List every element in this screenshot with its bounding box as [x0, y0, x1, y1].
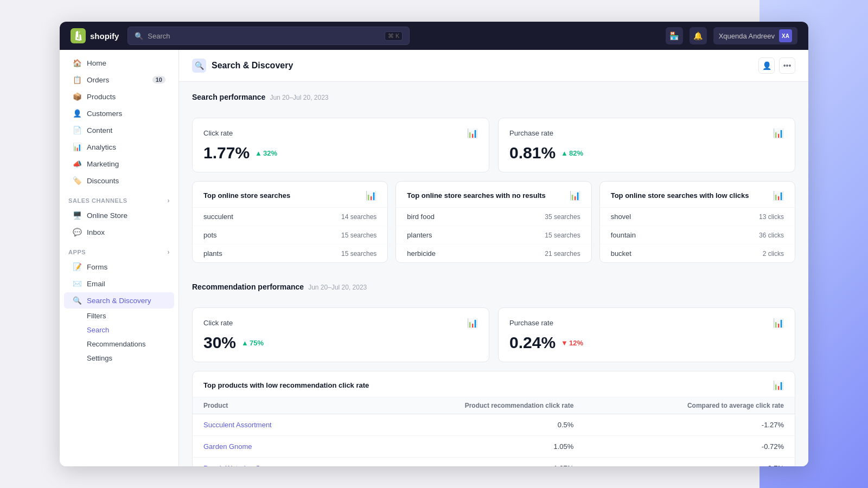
avg-3: -0.7%: [584, 458, 795, 467]
user-name: Xquenda Andreev: [719, 32, 775, 40]
main-content: 🔍 Search & Discovery 👤 ••• Search perfor…: [179, 50, 808, 466]
more-options-btn[interactable]: •••: [779, 57, 795, 74]
search-table-cards: Top online store searches 📊 succulent 14…: [192, 181, 795, 263]
sales-channels-section: Sales channels ›: [60, 189, 178, 207]
search-click-rate-card: Click rate 📊 1.77% ▲ 32%: [192, 118, 489, 172]
top-searches-header: Top online store searches 📊: [193, 182, 387, 208]
chevron-right-icon: ›: [167, 197, 170, 204]
user-chip[interactable]: Xquenda Andreev XA: [713, 27, 797, 44]
top-searches-card: Top online store searches 📊 succulent 14…: [192, 181, 388, 263]
rec-purchase-rate-label: Purchase rate: [509, 319, 553, 327]
rec-click-chart-icon[interactable]: 📊: [467, 318, 478, 328]
search-rate-cards: Click rate 📊 1.77% ▲ 32% Purchase rat: [192, 118, 795, 172]
page-header: 🔍 Search & Discovery 👤 •••: [179, 50, 808, 82]
low-click-rate-chart-icon[interactable]: 📊: [773, 380, 784, 390]
rec-purchase-chart-icon[interactable]: 📊: [773, 318, 784, 328]
col-rec-rate: Product recommendation click rate: [353, 397, 585, 414]
no-results-chart-icon[interactable]: 📊: [570, 190, 580, 201]
content-icon: 📄: [73, 126, 81, 134]
user-page-btn[interactable]: 👤: [758, 57, 775, 74]
table-row: shovel 13 clicks: [600, 208, 795, 226]
sidebar-item-forms[interactable]: 📝 Forms: [64, 259, 174, 275]
bell-icon-btn[interactable]: 🔔: [690, 27, 707, 44]
search-performance-date: Jun 20–Jul 20, 2023: [270, 94, 328, 101]
rec-rate-cards: Click rate 📊 30% ▲ 75% Purchase rate: [192, 307, 795, 362]
sidebar-item-inbox[interactable]: 💬 Inbox: [64, 224, 174, 240]
search-icon: 🔍: [135, 32, 143, 40]
table-row: planters 15 searches: [396, 226, 591, 244]
main-layout: 🏠 Home 📋 Orders 10 📦 Products 👤 Customer…: [60, 50, 808, 466]
sidebar-sub-settings[interactable]: Settings: [64, 351, 174, 365]
search-performance-title: Search performance: [192, 93, 265, 101]
sidebar-item-discounts[interactable]: 🏷️ Discounts: [64, 172, 174, 189]
low-click-rate-table-card: Top products with low recommendation cli…: [192, 371, 795, 466]
sidebar-item-content[interactable]: 📄 Content: [64, 122, 174, 138]
search-shortcut: ⌘ K: [385, 31, 403, 41]
online-store-icon: 🖥️: [73, 211, 81, 220]
search-purchase-rate-value: 0.81% ▲ 82%: [509, 144, 784, 162]
sidebar-sub-recommendations[interactable]: Recommendations: [64, 337, 174, 351]
search-purchase-rate-header: Purchase rate 📊: [509, 128, 784, 138]
col-product: Product: [193, 397, 353, 414]
inbox-icon: 💬: [73, 228, 81, 236]
topbar: shopify 🔍 Search ⌘ K 🏪 🔔 Xquenda Andreev…: [60, 22, 808, 50]
discounts-icon: 🏷️: [73, 176, 81, 185]
rec-purchase-rate-value: 0.24% ▼ 12%: [509, 333, 784, 352]
table-row: Peach Watering Can 1.07% -0.7%: [193, 458, 795, 467]
product-link-1[interactable]: Succulent Assortment: [193, 414, 353, 436]
sidebar-item-home[interactable]: 🏠 Home: [64, 55, 174, 71]
store-icon-btn[interactable]: 🏪: [666, 27, 683, 44]
sidebar-item-online-store[interactable]: 🖥️ Online Store: [64, 207, 174, 223]
search-click-rate-label: Click rate: [203, 129, 233, 137]
sidebar-item-marketing[interactable]: 📣 Marketing: [64, 156, 174, 172]
search-purchase-rate-card: Purchase rate 📊 0.81% ▲ 82%: [498, 118, 795, 172]
sidebar-item-products[interactable]: 📦 Products: [64, 88, 174, 105]
avatar: XA: [779, 29, 792, 42]
page-icon: 🔍: [192, 59, 206, 73]
top-searches-chart-icon[interactable]: 📊: [366, 190, 376, 201]
page-header-actions: 👤 •••: [758, 57, 795, 74]
rec-purchase-rate-trend: ▼ 12%: [561, 339, 583, 347]
search-discovery-icon: 🔍: [73, 296, 81, 305]
sidebar-sub-filters[interactable]: Filters: [64, 309, 174, 323]
rec-click-rate-header: Click rate 📊: [203, 318, 478, 328]
table-row: bucket 2 clicks: [600, 244, 795, 262]
product-link-2[interactable]: Garden Gnome: [193, 436, 353, 458]
topbar-actions: 🏪 🔔 Xquenda Andreev XA: [666, 27, 797, 44]
rec-click-rate-card: Click rate 📊 30% ▲ 75%: [192, 307, 489, 362]
search-click-chart-icon[interactable]: 📊: [467, 128, 478, 138]
logo-text: shopify: [90, 31, 119, 41]
sidebar-item-analytics[interactable]: 📊 Analytics: [64, 139, 174, 155]
products-icon: 📦: [73, 92, 81, 101]
table-row: bird food 35 searches: [396, 208, 591, 226]
home-icon: 🏠: [73, 59, 81, 67]
sidebar-item-search-discovery[interactable]: 🔍 Search & Discovery: [64, 292, 174, 309]
no-results-title: Top online store searches with no result…: [407, 191, 545, 200]
sidebar-item-orders[interactable]: 📋 Orders 10: [64, 72, 174, 88]
product-link-3[interactable]: Peach Watering Can: [193, 458, 353, 467]
global-search-bar[interactable]: 🔍 Search ⌘ K: [127, 27, 410, 45]
low-click-rate-table-title: Top products with low recommendation cli…: [203, 381, 369, 389]
search-purchase-chart-icon[interactable]: 📊: [773, 128, 784, 138]
recommendation-performance-date: Jun 20–Jul 20, 2023: [308, 284, 367, 291]
forms-icon: 📝: [73, 262, 81, 271]
search-purchase-rate-label: Purchase rate: [509, 129, 553, 137]
sidebar-item-customers[interactable]: 👤 Customers: [64, 105, 174, 121]
table-row: herbicide 21 searches: [396, 244, 591, 262]
low-clicks-card: Top online store searches with low click…: [599, 181, 795, 263]
table-row: succulent 14 searches: [193, 208, 387, 226]
low-click-rate-table: Product Product recommendation click rat…: [193, 397, 795, 466]
rec-rate-3: 1.07%: [353, 458, 585, 467]
table-row: pots 15 searches: [193, 226, 387, 244]
low-clicks-chart-icon[interactable]: 📊: [773, 190, 784, 201]
orders-icon: 📋: [73, 75, 81, 84]
table-row: plants 15 searches: [193, 244, 387, 262]
logo: shopify: [71, 28, 119, 43]
rec-purchase-rate-card: Purchase rate 📊 0.24% ▼ 12%: [498, 307, 795, 362]
sidebar-sub-search[interactable]: Search: [64, 323, 174, 337]
marketing-icon: 📣: [73, 159, 81, 168]
search-click-rate-header: Click rate 📊: [203, 128, 478, 138]
search-click-rate-value: 1.77% ▲ 32%: [203, 144, 478, 162]
sidebar-item-email[interactable]: ✉️ Email: [64, 275, 174, 292]
low-click-rate-table-header: Top products with low recommendation cli…: [193, 371, 795, 397]
